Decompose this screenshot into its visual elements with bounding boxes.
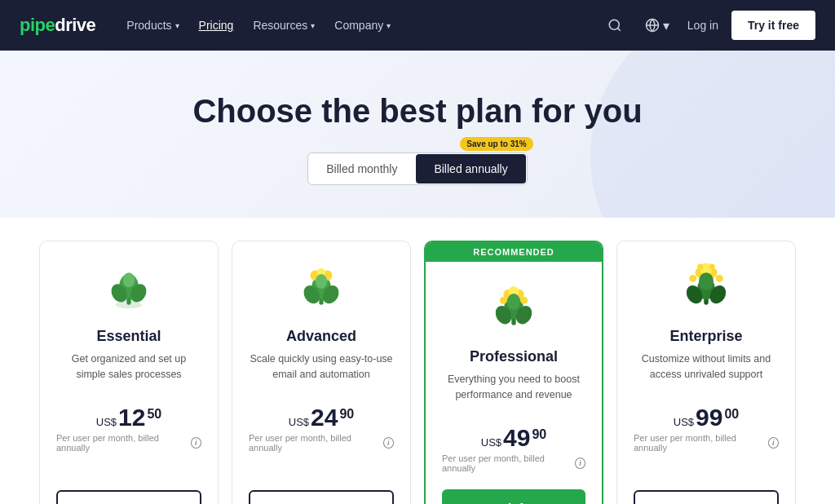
chevron-down-icon: ▾ xyxy=(387,21,391,30)
svg-point-0 xyxy=(609,20,619,29)
plan-enterprise: Enterprise Customize without limits and … xyxy=(616,241,796,504)
nav-pricing[interactable]: Pricing xyxy=(191,14,242,37)
try-button-essential[interactable]: Try it free xyxy=(56,490,201,504)
svg-point-36 xyxy=(716,275,723,282)
price-period-advanced: Per user per month, billed annually i xyxy=(249,433,394,453)
card-inner-professional: Professional Everything you need to boos… xyxy=(426,262,602,504)
plan-desc-advanced: Scale quickly using easy-to-use email an… xyxy=(249,351,394,391)
chevron-down-icon: ▾ xyxy=(663,18,669,33)
svg-point-37 xyxy=(697,263,703,269)
plan-name-essential: Essential xyxy=(96,328,161,345)
price-period-professional: Per user per month, billed annually i xyxy=(442,453,585,473)
nav-links: Products ▾ Pricing Resources ▾ Company ▾ xyxy=(118,14,399,37)
svg-point-25 xyxy=(500,297,507,304)
svg-point-26 xyxy=(520,297,528,304)
professional-plan-icon xyxy=(484,280,543,338)
plan-professional: RECOMMENDED Professional Everything you … xyxy=(424,241,603,504)
nav-resources[interactable]: Resources ▾ xyxy=(245,14,323,37)
essential-plan-icon xyxy=(99,259,158,318)
pricing-section: Essential Get organized and set up simpl… xyxy=(0,218,835,504)
enterprise-plan-icon xyxy=(677,259,736,318)
svg-point-9 xyxy=(123,272,135,287)
plan-name-professional: Professional xyxy=(470,348,558,365)
nav-company[interactable]: Company ▾ xyxy=(326,14,399,37)
svg-line-1 xyxy=(617,28,620,30)
hero-section: Choose the best plan for you Billed mont… xyxy=(0,51,835,218)
plan-advanced: Advanced Scale quickly using easy-to-use… xyxy=(232,241,411,504)
save-badge: Save up to 31% xyxy=(460,137,532,151)
nav-products[interactable]: Products ▾ xyxy=(118,14,187,37)
try-button-advanced[interactable]: Try it free xyxy=(249,490,394,504)
plan-price-advanced: US$ 24 90 xyxy=(289,404,354,431)
info-icon: i xyxy=(768,437,779,449)
svg-point-17 xyxy=(316,274,327,289)
svg-point-27 xyxy=(507,294,520,310)
info-icon: i xyxy=(191,437,201,449)
info-icon: i xyxy=(575,458,585,469)
try-button-enterprise[interactable]: Try it free xyxy=(634,490,779,504)
svg-point-39 xyxy=(699,272,714,290)
plan-price-essential: US$ 12 50 xyxy=(96,404,161,431)
plan-desc-professional: Everything you need to boost performance… xyxy=(442,372,585,411)
svg-point-35 xyxy=(689,275,696,282)
billing-annually[interactable]: Billed annually xyxy=(416,154,525,183)
advanced-plan-icon xyxy=(292,259,351,318)
logo[interactable]: pipedrive xyxy=(20,15,95,36)
nav-left: pipedrive Products ▾ Pricing Resources ▾… xyxy=(20,14,399,37)
search-icon xyxy=(607,18,622,33)
billing-monthly[interactable]: Billed monthly xyxy=(308,154,415,183)
plan-name-advanced: Advanced xyxy=(286,328,356,345)
svg-point-38 xyxy=(709,263,715,269)
globe-icon xyxy=(645,18,660,33)
card-inner-enterprise: Enterprise Customize without limits and … xyxy=(617,241,795,504)
navigation: pipedrive Products ▾ Pricing Resources ▾… xyxy=(0,0,835,51)
plan-essential: Essential Get organized and set up simpl… xyxy=(39,241,219,504)
chevron-down-icon: ▾ xyxy=(175,21,179,30)
plan-price-enterprise: US$ 99 00 xyxy=(674,404,739,431)
language-button[interactable]: ▾ xyxy=(640,13,674,38)
info-icon: i xyxy=(383,437,394,449)
recommended-badge: RECOMMENDED xyxy=(426,242,602,262)
search-button[interactable] xyxy=(603,13,627,38)
price-period-essential: Per user per month, billed annually i xyxy=(56,433,201,453)
nav-right: ▾ Log in Try it free xyxy=(603,11,815,40)
plan-name-enterprise: Enterprise xyxy=(669,328,742,345)
try-button-professional[interactable]: Try it free xyxy=(442,489,585,504)
login-button[interactable]: Log in xyxy=(687,19,718,32)
plan-price-professional: US$ 49 90 xyxy=(481,424,546,452)
plan-desc-enterprise: Customize without limits and access unri… xyxy=(634,351,779,391)
price-period-enterprise: Per user per month, billed annually i xyxy=(634,433,779,453)
hero-title: Choose the best plan for you xyxy=(16,93,819,130)
plan-desc-essential: Get organized and set up simple sales pr… xyxy=(56,351,201,391)
chevron-down-icon: ▾ xyxy=(311,21,315,30)
billing-toggle: Billed monthly Billed annually Save up t… xyxy=(307,153,527,185)
nav-try-button[interactable]: Try it free xyxy=(731,11,815,40)
card-inner-advanced: Advanced Scale quickly using easy-to-use… xyxy=(232,241,410,504)
card-inner-essential: Essential Get organized and set up simpl… xyxy=(40,241,218,504)
